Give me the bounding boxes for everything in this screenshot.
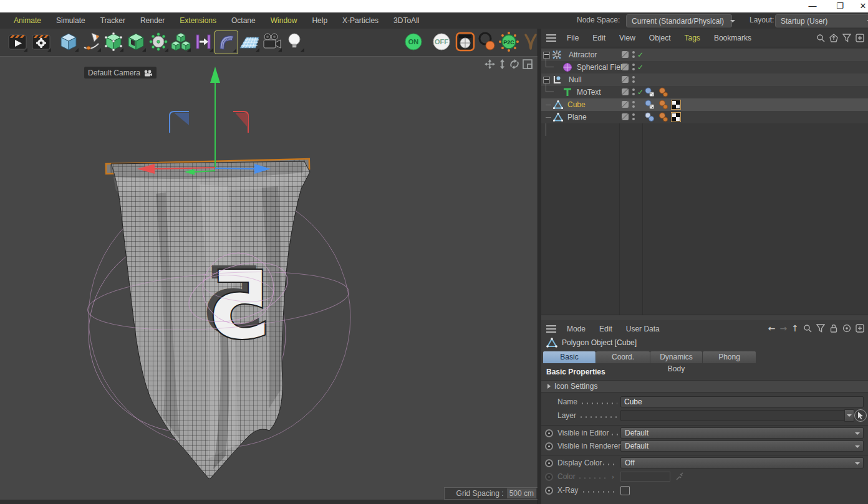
viewport-3d[interactable]: 5 5 Default Camera [0, 56, 538, 500]
bend-deformer-button[interactable] [215, 31, 238, 54]
collider-tag[interactable] [658, 87, 668, 97]
tree-row-motext[interactable]: MoText ✓ [541, 86, 868, 98]
layer-dropdown-button[interactable] [844, 409, 854, 422]
enabled-check-icon[interactable]: ✓ [637, 49, 644, 61]
axis-y-arrow[interactable] [210, 67, 220, 83]
floor-sky-button[interactable] [238, 31, 261, 53]
pan-view-icon[interactable] [485, 59, 495, 69]
rotate-view-icon[interactable] [509, 59, 519, 69]
tab-phong[interactable]: Phong [703, 351, 756, 363]
simulation-tag[interactable] [645, 100, 655, 110]
display-color-select[interactable]: Off [620, 457, 864, 468]
p2c-plugin-button[interactable]: P2C [498, 31, 520, 53]
render-settings-button[interactable] [30, 31, 52, 53]
restore-button[interactable]: ❐ [831, 0, 849, 12]
forward-arrow-icon[interactable]: → [780, 324, 788, 333]
interactive-render-on-button[interactable]: ON [402, 31, 425, 53]
target-icon[interactable] [842, 324, 851, 333]
hamburger-menu-icon[interactable] [546, 34, 556, 42]
add-panel-icon[interactable] [856, 34, 864, 42]
am-menu-user-data[interactable]: User Data [619, 325, 667, 333]
visibility-dots[interactable] [632, 76, 635, 83]
enabled-check-icon[interactable]: ✓ [637, 61, 644, 74]
tree-row-attractor[interactable]: Attractor ✓ [541, 49, 868, 61]
om-menu-bookmarks[interactable]: Bookmarks [707, 34, 758, 42]
add-panel-icon[interactable] [856, 324, 864, 333]
menu-octane[interactable]: Octane [224, 16, 263, 25]
visibility-dots[interactable] [632, 51, 635, 59]
menu-3dtoall[interactable]: 3DToAll [386, 16, 427, 25]
texture-tag[interactable] [671, 112, 681, 122]
enabled-check-icon[interactable]: ✓ [637, 86, 644, 98]
tree-row-null[interactable]: Null [541, 74, 868, 86]
motext-number[interactable]: 5 5 [200, 247, 272, 361]
layer-color-box[interactable] [622, 101, 629, 108]
visibility-dots[interactable] [632, 101, 635, 108]
zoom-view-icon[interactable] [498, 59, 506, 69]
menu-x-particles[interactable]: X-Particles [335, 16, 386, 25]
render-region-button[interactable] [454, 31, 476, 53]
cube-primitive-button[interactable] [57, 31, 80, 53]
menu-window[interactable]: Window [263, 16, 305, 25]
xray-checkbox[interactable] [620, 486, 630, 495]
layer-color-box[interactable] [622, 51, 629, 58]
menu-help[interactable]: Help [304, 16, 335, 25]
keyframe-radio[interactable] [545, 487, 553, 495]
layer-field[interactable] [620, 410, 846, 421]
layer-color-box[interactable] [622, 64, 629, 70]
filter-icon[interactable] [816, 324, 825, 333]
polygon-extrude-button[interactable] [125, 31, 147, 53]
field-sphere-button[interactable] [147, 31, 170, 53]
collapse-icon[interactable] [543, 77, 550, 83]
keyframe-radio[interactable] [545, 459, 553, 467]
om-menu-view[interactable]: View [612, 34, 642, 42]
hamburger-menu-icon[interactable] [546, 325, 556, 333]
visibility-dots[interactable] [632, 113, 635, 121]
tab-coord[interactable]: Coord. [596, 351, 650, 363]
lock-icon[interactable] [829, 324, 838, 333]
plane-handle-red[interactable] [235, 113, 247, 126]
layer-picker-button[interactable] [854, 409, 867, 422]
camera-label-pill[interactable]: Default Camera [84, 67, 157, 78]
menu-render[interactable]: Render [133, 16, 172, 25]
collider-tag[interactable] [658, 112, 668, 122]
spline-pen-button[interactable] [80, 31, 102, 53]
light-object-button[interactable] [283, 31, 306, 53]
tree-row-cube[interactable]: Cube [541, 98, 868, 111]
axis-gizmo[interactable] [137, 67, 271, 175]
visible-renderer-select[interactable]: Default [620, 440, 864, 452]
clipped-tool-button[interactable] [0, 31, 4, 53]
collider-tag[interactable] [658, 100, 668, 110]
magnify-tool-button[interactable] [476, 31, 498, 53]
up-arrow-icon[interactable]: ↑ [791, 324, 799, 333]
layer-color-box[interactable] [622, 88, 629, 95]
tree-row-spherical-field[interactable]: Spherical Field ✓ [541, 61, 868, 74]
search-icon[interactable] [816, 34, 825, 42]
interactive-render-off-button[interactable]: OFF [430, 31, 453, 53]
visibility-dots[interactable] [632, 88, 635, 96]
simulation-tag[interactable] [645, 112, 655, 122]
menu-tracker[interactable]: Tracker [93, 16, 133, 25]
menu-animate[interactable]: Animate [6, 16, 49, 25]
visibility-dots[interactable] [632, 64, 635, 71]
texture-tag[interactable] [671, 100, 681, 110]
keyframe-radio[interactable] [545, 429, 553, 437]
tab-dynamics-body[interactable]: Dynamics Body [650, 351, 702, 363]
visible-editor-select[interactable]: Default [620, 427, 864, 439]
plane-handle-blue[interactable] [174, 113, 189, 125]
layout-select[interactable]: Startup (User) [775, 14, 868, 27]
node-space-select[interactable]: Current (Standard/Physical) [626, 14, 732, 27]
keyframe-radio[interactable] [545, 442, 553, 450]
am-menu-edit[interactable]: Edit [592, 325, 619, 333]
particle-emitter-button[interactable] [192, 31, 215, 53]
camera-object-button[interactable] [261, 31, 283, 53]
menu-extensions[interactable]: Extensions [172, 16, 224, 25]
back-arrow-icon[interactable]: ← [768, 324, 776, 333]
simulation-tag[interactable] [645, 87, 655, 97]
collapse-icon[interactable] [543, 52, 550, 59]
tree-row-plane[interactable]: Plane [541, 111, 868, 123]
menu-simulate[interactable]: Simulate [49, 16, 93, 25]
maximize-view-icon[interactable] [523, 59, 533, 69]
layer-color-box[interactable] [622, 113, 629, 120]
name-input[interactable] [620, 396, 864, 407]
